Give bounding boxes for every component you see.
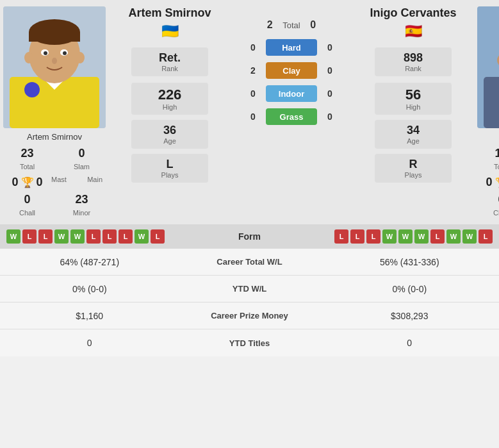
stats-row-2: $1,160Career Prize Money$308,293: [0, 303, 499, 329]
right-age-label: Age: [388, 137, 439, 145]
stats-label-2: Career Prize Money: [179, 311, 320, 320]
hard-left: 0: [247, 42, 259, 53]
right-chall-box: 6 Chall: [477, 193, 499, 218]
svg-rect-5: [29, 32, 80, 42]
clay-row: 2 Clay 0: [247, 62, 336, 79]
form-badge-left-w: W: [135, 229, 149, 244]
svg-point-9: [63, 51, 67, 55]
form-badge-right-w: W: [398, 229, 413, 244]
left-total-box: 23 Total: [3, 147, 51, 172]
right-rank-value: 898: [388, 51, 439, 65]
stats-label-1: YTD W/L: [179, 284, 320, 294]
svg-point-11: [24, 52, 33, 63]
left-chall-label: Chall: [19, 209, 35, 217]
left-middle-section: Artem Smirnov 🇺🇦 Ret. Rank 226 High 36 A…: [106, 6, 234, 218]
stats-section: 64% (487-271)Career Total W/L56% (431-33…: [0, 249, 499, 356]
indoor-right: 0: [323, 88, 336, 99]
stats-row-0: 64% (487-271)Career Total W/L56% (431-33…: [0, 249, 499, 276]
right-trophy-icon: 🏆: [495, 176, 500, 188]
form-badge-left-w: W: [54, 229, 69, 244]
right-player-name: Inigo Cervantes: [370, 6, 456, 21]
form-badge-left-l: L: [151, 229, 165, 244]
form-badge-left-l: L: [86, 229, 101, 244]
form-badge-left-l: L: [119, 229, 133, 244]
left-chall-box: 0 Chall: [3, 193, 51, 218]
right-player-photo: [477, 6, 499, 128]
form-badge-right-w: W: [462, 229, 477, 244]
left-rank-box: Ret. Rank: [131, 47, 208, 76]
left-plays-value: L: [144, 158, 195, 171]
total-label: Total: [282, 21, 300, 30]
clay-right: 0: [323, 65, 336, 76]
player-right: Inigo Cervantes 12 Total 0 Slam 0 🏆 0 Ma: [477, 6, 499, 218]
form-badge-right-l: L: [479, 229, 493, 244]
right-rank-box: 898 Rank: [375, 47, 452, 76]
hard-row: 0 Hard 0: [247, 39, 336, 56]
left-flag: 🇺🇦: [161, 23, 179, 40]
right-middle-section: Inigo Cervantes 🇪🇸 898 Rank 56 High 34 A…: [349, 6, 477, 218]
stats-label-3: YTD Titles: [179, 338, 320, 348]
stats-label-0: Career Total W/L: [179, 257, 320, 267]
center-courts-section: 2 Total 0 0 Hard 0 2 Clay 0: [234, 6, 349, 218]
left-age-label: Age: [144, 137, 195, 145]
left-minor-value: 23: [58, 193, 106, 206]
indoor-row: 0 Indoor 0: [247, 85, 336, 102]
form-badge-right-w: W: [446, 229, 461, 244]
form-badge-right-l: L: [430, 229, 445, 244]
total-row: 2 Total 0: [263, 19, 319, 31]
left-rank-value: Ret.: [144, 51, 195, 65]
left-mast-box: 0 🏆 0: [3, 176, 51, 189]
left-player-stats: 23 Total 0 Slam 0 🏆 0 Mast Main: [3, 147, 106, 218]
top-section: Artem Smirnov 23 Total 0 Slam 0 🏆 0 Mast: [0, 0, 499, 224]
left-slam-label: Slam: [74, 163, 90, 170]
form-badge-right-l: L: [350, 229, 364, 244]
right-age-value: 34: [388, 124, 439, 137]
total-right: 0: [307, 19, 320, 31]
indoor-badge: Indoor: [266, 85, 317, 102]
right-mast-box: 0 🏆 0: [477, 176, 499, 189]
svg-point-12: [76, 52, 85, 63]
right-plays-label: Plays: [388, 171, 439, 179]
hard-badge: Hard: [266, 39, 317, 56]
indoor-left: 0: [247, 88, 259, 99]
stats-right-3: 0: [320, 338, 500, 348]
form-badge-right-w: W: [382, 229, 397, 244]
stats-row-1: 0% (0-0)YTD W/L0% (0-0): [0, 276, 499, 303]
form-section: WLLWWLLLWL Form LLLWWWLWWL: [0, 224, 499, 249]
form-label: Form: [192, 231, 307, 242]
form-left: WLLWWLLLWL: [6, 229, 192, 244]
right-mast-value: 0: [486, 176, 492, 189]
right-rank-label: Rank: [388, 65, 439, 72]
left-player-photo: [3, 6, 106, 128]
main-container: Artem Smirnov 23 Total 0 Slam 0 🏆 0 Mast: [0, 0, 499, 356]
svg-point-8: [44, 51, 47, 55]
left-plays-box: L Plays: [131, 154, 208, 183]
form-badge-left-l: L: [22, 229, 37, 244]
left-plays-label: Plays: [144, 171, 195, 179]
stats-left-0: 64% (487-271): [0, 257, 179, 267]
grass-badge: Grass: [266, 108, 317, 125]
right-plays-box: R Plays: [375, 154, 452, 183]
left-mast-label-box: Mast Main: [51, 176, 102, 189]
form-badge-right-l: L: [334, 229, 348, 244]
left-high-box: 226 High: [131, 83, 208, 115]
left-minor-box: 23 Minor: [58, 193, 106, 218]
left-minor-label: Minor: [73, 209, 91, 217]
right-age-box: 34 Age: [375, 120, 452, 149]
right-plays-value: R: [388, 158, 439, 171]
clay-badge: Clay: [266, 62, 317, 79]
form-right: LLLWWWLWWL: [307, 229, 493, 244]
player-left: Artem Smirnov 23 Total 0 Slam 0 🏆 0 Mast: [3, 6, 106, 218]
total-left: 2: [263, 19, 276, 31]
form-badge-left-w: W: [70, 229, 85, 244]
left-slam-box: 0 Slam: [58, 147, 106, 172]
left-high-label: High: [144, 103, 195, 111]
left-player-name: Artem Smirnov: [128, 6, 211, 21]
hard-right: 0: [323, 42, 336, 53]
right-total-value: 12: [477, 147, 499, 160]
right-high-label: High: [388, 103, 439, 111]
left-high-value: 226: [144, 87, 195, 103]
left-trophy-icon: 🏆: [21, 176, 34, 188]
right-total-box: 12 Total: [477, 147, 499, 172]
clay-left: 2: [247, 65, 259, 76]
